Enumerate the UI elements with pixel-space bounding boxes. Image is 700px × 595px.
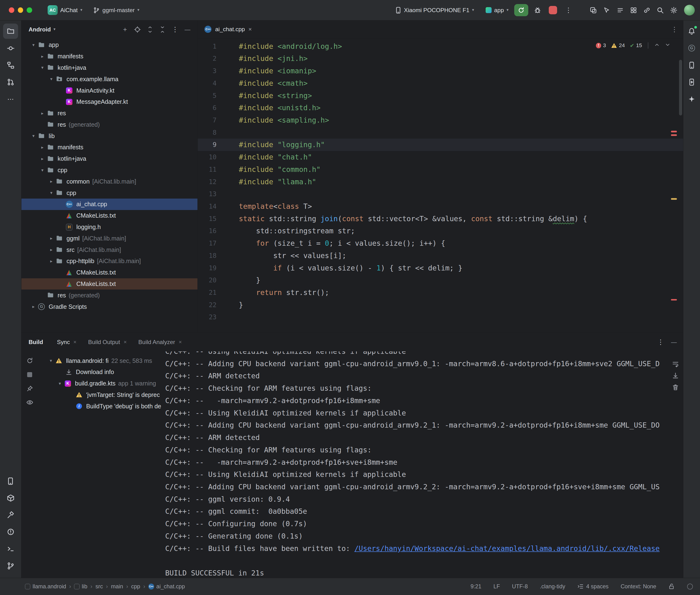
run-configuration-selector[interactable]: app ▾ (482, 5, 512, 15)
breadcrumb-item-cpp[interactable]: cpp (131, 583, 140, 590)
chevron-down-icon[interactable]: ▾ (38, 168, 47, 173)
build-console[interactable]: C/C++: -- Using KleidiAI optimized kerne… (165, 351, 663, 578)
chevron-right-icon[interactable]: ▸ (47, 236, 56, 241)
previous-problem-button[interactable] (654, 42, 660, 49)
inspections-widget[interactable]: !3 24 ✔15 (596, 42, 671, 49)
context-widget[interactable]: Context: None (621, 583, 656, 590)
tree-item-kotlin-java[interactable]: ▾kotlin+java (22, 62, 197, 74)
passed-count[interactable]: ✔15 (630, 42, 642, 49)
line-number[interactable]: 18 (198, 250, 229, 262)
chevron-right-icon[interactable]: ▸ (38, 54, 47, 59)
code-line[interactable]: 7#include <sampling.h> (198, 114, 683, 126)
chevron-down-icon[interactable]: ▾ (47, 190, 56, 196)
tree-item-src[interactable]: ▸src[AiChat.lib.main] (22, 244, 197, 255)
device-manager-button[interactable] (684, 58, 699, 73)
tab-build-analyzer[interactable]: Build Analyzer× (133, 333, 188, 351)
stop-button[interactable] (549, 6, 557, 15)
code-line[interactable]: 16 std::ostringstream str; (198, 225, 683, 237)
code-line[interactable]: 12#include "llama.h" (198, 176, 683, 188)
resync-button[interactable] (24, 355, 35, 367)
file-encoding[interactable]: UTF-8 (512, 583, 528, 590)
editor-tabs-options-button[interactable]: ⋮ (671, 26, 678, 33)
line-number[interactable]: 14 (198, 200, 229, 213)
editor-scrollbar[interactable] (679, 60, 682, 115)
chevron-right-icon[interactable]: ▸ (30, 304, 38, 309)
breadcrumb-item-main[interactable]: main (111, 583, 123, 590)
indent-widget[interactable]: 4 spaces (577, 583, 609, 590)
more-tools-button[interactable]: ⋯ (3, 91, 18, 107)
commit-tool-button[interactable] (3, 41, 18, 56)
line-number[interactable]: 11 (198, 163, 229, 176)
tree-item-res[interactable]: res(generated) (22, 289, 197, 301)
line-number[interactable]: 12 (198, 176, 229, 188)
tree-item-cpp[interactable]: ▾cpp (22, 165, 197, 176)
project-widget[interactable]: AC AiChat ▾ (45, 4, 85, 17)
notifications-button[interactable] (684, 24, 699, 39)
code-line[interactable]: 19 if (i < values.size() - 1) { str << d… (198, 262, 683, 274)
breadcrumb-item-src[interactable]: src (95, 583, 103, 590)
tree-item-app[interactable]: ▾app (22, 39, 197, 51)
logcat-button[interactable] (614, 4, 627, 16)
chevron-right-icon[interactable]: ▸ (47, 179, 56, 184)
error-stripe-mark[interactable] (671, 131, 677, 132)
project-options-button[interactable]: ⋮ (169, 24, 180, 35)
line-number[interactable]: 20 (198, 274, 229, 286)
tree-item-kotlin-java[interactable]: ▸kotlin+java (22, 153, 197, 165)
line-number[interactable]: 22 (198, 299, 229, 311)
close-tab-icon[interactable]: × (179, 339, 182, 345)
packages-tool-button[interactable] (3, 490, 18, 506)
error-stripe-mark[interactable] (671, 299, 677, 301)
code-line[interactable]: 9#include "logging.h" (198, 139, 683, 151)
tree-item-messageadapter-kt[interactable]: KMessageAdapter.kt (22, 96, 197, 108)
hide-panel-button[interactable]: — (182, 24, 193, 35)
rerun-button[interactable] (514, 4, 528, 16)
line-number[interactable]: 2 (198, 52, 229, 65)
chevron-right-icon[interactable]: ▸ (47, 247, 56, 252)
locate-file-button[interactable] (132, 24, 143, 35)
tree-item-download-info[interactable]: Download info (38, 366, 166, 378)
error-stripe-mark[interactable] (671, 134, 677, 136)
tree-item-ai-chat-cpp[interactable]: C++ai_chat.cpp (22, 199, 197, 210)
plugins-button[interactable] (627, 4, 640, 16)
running-devices-button[interactable] (684, 75, 699, 90)
tab-sync[interactable]: Sync× (51, 333, 82, 351)
search-everywhere-button[interactable] (653, 4, 667, 16)
code-line[interactable]: 17 for (size_t i = 0; i < values.size();… (198, 237, 683, 250)
tree-item-cpp-httplib[interactable]: ▸cpp-httplib[AiChat.lib.main] (22, 255, 197, 267)
show-warnings-button[interactable] (24, 396, 35, 408)
user-avatar[interactable] (684, 5, 695, 16)
clang-tidy-widget[interactable]: .clang-tidy (540, 583, 565, 590)
code-line[interactable]: 3#include <iomanip> (198, 65, 683, 77)
inspection-status-widget[interactable] (687, 584, 693, 589)
line-number[interactable]: 23 (198, 311, 229, 323)
hide-build-panel-button[interactable]: — (671, 339, 677, 345)
pull-requests-tool-button[interactable] (3, 75, 18, 90)
tree-item-manifests[interactable]: ▸manifests (22, 142, 197, 153)
tree-item-logging-h[interactable]: Hlogging.h (22, 221, 197, 233)
code-line[interactable]: 6#include <unistd.h> (198, 102, 683, 114)
tree-item-ggml[interactable]: ▸ggml[AiChat.lib.main] (22, 233, 197, 244)
add-button[interactable]: + (119, 24, 131, 35)
line-number[interactable]: 6 (198, 102, 229, 114)
tree-item-gradle-scripts[interactable]: ▸GGradle Scripts (22, 301, 197, 312)
problems-tool-button[interactable] (3, 525, 18, 540)
chevron-right-icon[interactable]: ▸ (38, 156, 47, 162)
build-tool-button[interactable] (3, 507, 18, 522)
breadcrumb-item-ai-chat-cpp[interactable]: C++ai_chat.cpp (148, 583, 185, 590)
line-number[interactable]: 13 (198, 188, 229, 200)
line-number[interactable]: 16 (198, 225, 229, 237)
warning-stripe-mark[interactable] (671, 198, 677, 200)
close-tab-icon[interactable]: × (248, 26, 252, 33)
close-window-button[interactable] (9, 7, 14, 12)
chevron-down-icon[interactable]: ▾ (38, 65, 47, 70)
code-line[interactable]: 15static std::string join(const std::vec… (198, 213, 683, 225)
code-line[interactable]: 2#include <jni.h> (198, 52, 683, 65)
tree-item-llama-android-fi[interactable]: ▾llama.android: fi22 sec, 583 ms (38, 355, 166, 366)
chevron-down-icon[interactable]: ▾ (56, 381, 64, 386)
code-line[interactable]: 14template<class T> (198, 200, 683, 213)
tree-item-cmakelists-txt[interactable]: CMakeLists.txt (22, 267, 197, 278)
code-line[interactable]: 18 str << values[i]; (198, 250, 683, 262)
code-editor[interactable]: 1#include <android/log.h>2#include <jni.… (198, 38, 683, 332)
tree-item-mainactivity-kt[interactable]: KMainActivity.kt (22, 85, 197, 96)
assistant-button[interactable] (684, 91, 699, 107)
